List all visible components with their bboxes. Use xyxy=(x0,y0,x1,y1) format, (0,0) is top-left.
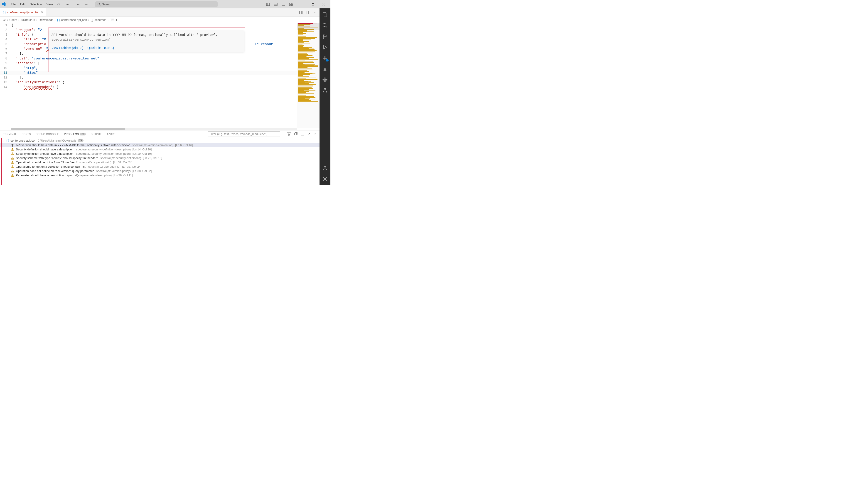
menu-go[interactable]: Go xyxy=(55,2,64,7)
svg-rect-46 xyxy=(323,58,325,60)
tab-close-button[interactable]: ✕ xyxy=(41,11,43,14)
settings-gear-icon[interactable] xyxy=(319,174,331,184)
svg-point-59 xyxy=(324,178,326,180)
window-minimize-button[interactable] xyxy=(297,1,308,8)
svg-point-0 xyxy=(98,3,100,5)
panel-tab-ports[interactable]: PORTS xyxy=(21,131,31,137)
run-debug-icon[interactable] xyxy=(319,42,331,52)
svg-point-31 xyxy=(12,163,13,163)
problem-item[interactable]: Operation does not define an "api-versio… xyxy=(0,169,319,173)
svg-point-40 xyxy=(323,23,326,27)
editor-tabs: { } conference-api.json 9+ ✕ ··· xyxy=(0,8,319,17)
accounts-icon[interactable] xyxy=(319,163,331,173)
problem-item[interactable]: Security definition should have a descri… xyxy=(0,147,319,152)
tab-problem-badge: 9+ xyxy=(35,11,38,14)
svg-rect-45 xyxy=(323,56,325,58)
warning-icon xyxy=(11,169,14,173)
menu-edit[interactable]: Edit xyxy=(18,2,27,7)
svg-rect-10 xyxy=(289,4,291,6)
panel-tab-debug-console[interactable]: DEBUG CONSOLE xyxy=(35,131,59,137)
search-placeholder: Search xyxy=(102,2,111,6)
problem-item[interactable]: OperationId for get on a collection shou… xyxy=(0,164,319,169)
collapse-all-icon[interactable] xyxy=(293,132,299,137)
panel-tab-problems[interactable]: PROBLEMS73 xyxy=(64,131,86,137)
quick-fix-link[interactable]: Quick Fix... (Ctrl+.) xyxy=(87,45,114,51)
svg-point-51 xyxy=(326,79,327,80)
svg-rect-2 xyxy=(267,3,270,6)
svg-rect-17 xyxy=(301,11,303,14)
split-editor-icon[interactable] xyxy=(306,10,311,15)
svg-point-58 xyxy=(324,166,326,168)
warning-icon xyxy=(11,157,14,160)
close-panel-icon[interactable]: ✕ xyxy=(313,132,317,137)
filter-icon[interactable] xyxy=(287,132,291,137)
svg-point-43 xyxy=(323,37,324,39)
editor-horizontal-scrollbar[interactable] xyxy=(11,128,297,130)
more-activity-icon[interactable]: ··· xyxy=(319,97,331,106)
editor[interactable]: API version should be a date in YYYY-MM-… xyxy=(0,23,319,128)
menu-selection[interactable]: Selection xyxy=(27,2,44,7)
layout-sidebar-left-icon[interactable] xyxy=(265,1,271,8)
svg-line-1 xyxy=(100,5,100,6)
nav-back-icon[interactable]: ← xyxy=(75,2,82,7)
svg-rect-4 xyxy=(274,3,277,6)
menu-file[interactable]: File xyxy=(9,2,18,7)
code-line: 1{ xyxy=(0,23,297,28)
view-problem-link[interactable]: View Problem (Alt+F8) xyxy=(52,45,83,51)
layout-panel-icon[interactable] xyxy=(272,1,279,8)
problem-item[interactable]: Security definition should have a descri… xyxy=(0,152,319,156)
compare-changes-icon[interactable] xyxy=(299,10,304,15)
svg-point-53 xyxy=(324,81,326,82)
svg-point-33 xyxy=(12,167,13,168)
activity-bar: 1 ··· xyxy=(319,8,331,185)
hover-tooltip: API version should be a date in YYYY-MM-… xyxy=(49,31,244,52)
source-control-icon[interactable] xyxy=(319,32,331,41)
breadcrumb[interactable]: C:› Users› juliamuiruri› Downloads› { } … xyxy=(0,17,319,23)
svg-point-49 xyxy=(324,79,326,80)
menu-view[interactable]: View xyxy=(44,2,55,7)
view-as-tree-icon[interactable] xyxy=(300,132,305,137)
problems-file-group[interactable]: ⌄ { } conference-api.json C:\Users\julia… xyxy=(0,138,319,143)
layout-sidebar-right-icon[interactable] xyxy=(280,1,287,8)
svg-rect-6 xyxy=(282,3,285,6)
title-bar: FileEditSelectionViewGo ··· ← → Search xyxy=(0,0,331,8)
explorer-icon[interactable] xyxy=(319,10,331,19)
command-center-search[interactable]: Search xyxy=(95,1,218,7)
problem-item[interactable]: Security scheme with type "apiKey" shoul… xyxy=(0,156,319,160)
warning-icon xyxy=(11,174,14,177)
search-activity-icon[interactable] xyxy=(319,21,331,30)
chevron-up-icon[interactable] xyxy=(307,132,312,137)
panel-tab-output[interactable]: OUTPUT xyxy=(90,131,102,137)
problem-item[interactable]: Parameter should have a description.spec… xyxy=(0,173,319,177)
hint-lightbulb-icon xyxy=(11,143,14,147)
svg-line-41 xyxy=(326,26,327,28)
testing-icon[interactable] xyxy=(319,86,331,96)
more-actions-icon[interactable]: ··· xyxy=(313,10,317,15)
code-line: 7 }, xyxy=(0,52,297,56)
window-maximize-button[interactable] xyxy=(308,1,318,8)
panel-tabs: TERMINALPORTSDEBUG CONSOLEPROBLEMS73OUTP… xyxy=(0,130,319,138)
problem-item[interactable]: API version should be a date in YYYY-MM-… xyxy=(0,143,319,147)
azure-icon[interactable] xyxy=(319,64,331,74)
code-line: 11 "https" xyxy=(0,71,297,75)
svg-point-42 xyxy=(323,34,324,35)
nav-forward-icon[interactable]: → xyxy=(83,2,90,7)
problems-filter-input[interactable]: Filter (e.g. text, **/*.ts, !**/node_mod… xyxy=(208,131,280,137)
svg-point-52 xyxy=(324,77,326,78)
svg-point-25 xyxy=(12,150,13,151)
editor-tab-active[interactable]: { } conference-api.json 9+ ✕ xyxy=(0,8,46,17)
code-line: 10 "http", xyxy=(0,66,297,71)
problem-item[interactable]: OperationId should be of the form "Noun_… xyxy=(0,160,319,164)
svg-rect-9 xyxy=(291,3,293,4)
code-line: 12 ], xyxy=(0,75,297,80)
customize-layout-icon[interactable] xyxy=(288,1,294,8)
panel-tab-azure[interactable]: AZURE xyxy=(106,131,116,137)
minimap[interactable] xyxy=(297,23,319,128)
menu-overflow-icon[interactable]: ··· xyxy=(64,2,70,7)
extensions-icon[interactable]: 1 xyxy=(319,53,331,63)
svg-rect-20 xyxy=(294,133,297,135)
panel-tab-terminal[interactable]: TERMINAL xyxy=(3,131,17,137)
api-icon[interactable] xyxy=(319,75,331,85)
bottom-panel: TERMINALPORTSDEBUG CONSOLEPROBLEMS73OUTP… xyxy=(0,130,319,185)
window-close-button[interactable] xyxy=(318,1,329,8)
